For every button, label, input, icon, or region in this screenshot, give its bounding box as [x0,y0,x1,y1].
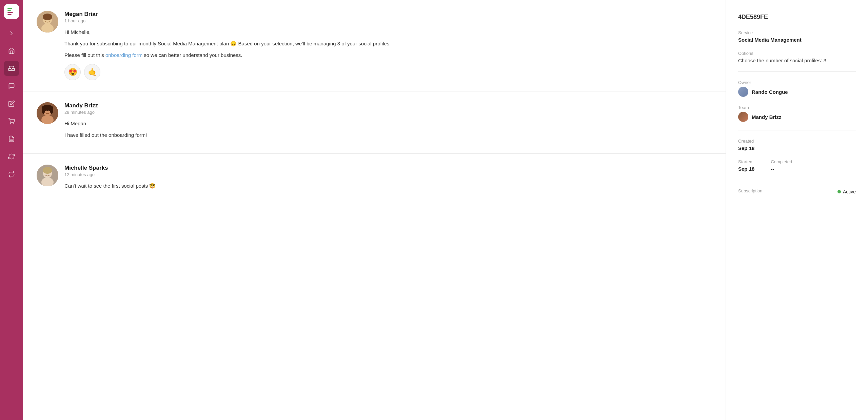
sidebar-item-inbox[interactable] [4,61,19,76]
message-content: Michelle Sparks 12 minutes ago Can't wai… [64,165,712,193]
sidebar-item-home[interactable] [4,43,19,58]
team-avatar [738,112,748,122]
dates-row: Started Sep 18 Completed -- [738,159,856,172]
status-dot-active [837,190,841,193]
completed-label: Completed [771,159,792,164]
reaction-call-me[interactable]: 🤙 [84,64,100,80]
svg-rect-3 [7,14,12,15]
created-label: Created [738,139,856,144]
owner-row: Rando Congue [738,87,856,97]
message-block: Mandy Brizz 28 minutes ago Hi Megan, I h… [23,91,726,154]
message-text: Hi Michelle, Thank you for subscribing t… [64,28,712,59]
team-section: Team Mandy Brizz [738,105,856,122]
divider [738,130,856,130]
sidebar-item-chat[interactable] [4,79,19,93]
avatar [37,165,58,186]
message-block: Megan Briar 1 hour ago Hi Michelle, Than… [23,0,726,91]
sidebar-item-refresh[interactable] [4,149,19,164]
sidebar-item-document[interactable] [4,131,19,146]
owner-avatar [738,87,748,97]
message-author: Mandy Brizz [64,102,712,109]
avatar [37,11,58,33]
avatar [37,102,58,124]
started-section: Started Sep 18 [738,159,754,172]
sidebar-item-forward[interactable] [4,26,19,41]
options-value: Choose the number of social profiles: 3 [738,58,856,63]
svg-rect-2 [7,12,13,13]
main-content: Megan Briar 1 hour ago Hi Michelle, Than… [23,0,868,420]
message-time: 12 minutes ago [64,172,712,177]
message-text: Can't wait to see the first social posts… [64,182,712,190]
svg-point-13 [43,14,52,20]
svg-point-5 [14,124,14,124]
subscription-status-badge: Active [837,189,856,194]
message-author: Michelle Sparks [64,165,712,171]
owner-name: Rando Congue [752,89,788,95]
service-label: Service [738,30,856,35]
ticket-id: 4DE589FE [738,14,856,21]
dates-section: Started Sep 18 Completed -- [738,159,856,172]
options-label: Options [738,51,856,56]
message-time: 28 minutes ago [64,110,712,115]
onboarding-form-link[interactable]: onboarding form [105,52,142,58]
sidebar-item-edit[interactable] [4,96,19,111]
right-panel: 4DE589FE Service Social Media Management… [726,0,868,420]
team-name: Mandy Brizz [752,114,782,120]
started-value: Sep 18 [738,166,754,172]
svg-point-20 [42,106,45,114]
service-section: Service Social Media Management [738,30,856,43]
message-time: 1 hour ago [64,18,712,23]
svg-rect-0 [7,8,12,9]
started-label: Started [738,159,754,164]
message-text: Hi Megan, I have filled out the onboardi… [64,120,712,139]
message-content: Megan Briar 1 hour ago Hi Michelle, Than… [64,11,712,80]
divider [738,180,856,180]
subscription-status: Active [843,189,856,194]
created-section: Created Sep 18 [738,139,856,151]
subscription-label: Subscription [738,188,763,193]
message-content: Mandy Brizz 28 minutes ago Hi Megan, I h… [64,102,712,143]
reaction-heart-eyes[interactable]: 😍 [64,64,81,80]
owner-section: Owner Rando Congue [738,80,856,97]
message-block: Michelle Sparks 12 minutes ago Can't wai… [23,154,726,204]
created-value: Sep 18 [738,145,856,151]
message-reactions: 😍 🤙 [64,64,712,80]
sidebar [0,0,23,420]
app-logo [4,4,19,19]
svg-point-21 [50,106,53,114]
conversation-panel: Megan Briar 1 hour ago Hi Michelle, Than… [23,0,726,420]
completed-section: Completed -- [771,159,792,172]
service-value: Social Media Management [738,37,856,43]
completed-value: -- [771,166,792,172]
message-author: Megan Briar [64,11,712,18]
owner-label: Owner [738,80,856,85]
svg-rect-1 [7,10,11,11]
team-row: Mandy Brizz [738,112,856,122]
sidebar-item-handshake[interactable] [4,167,19,182]
svg-point-4 [11,124,11,124]
divider [738,71,856,72]
subscription-section: Subscription Active [738,188,856,195]
team-label: Team [738,105,856,110]
options-section: Options Choose the number of social prof… [738,51,856,63]
sidebar-item-cart[interactable] [4,114,19,129]
